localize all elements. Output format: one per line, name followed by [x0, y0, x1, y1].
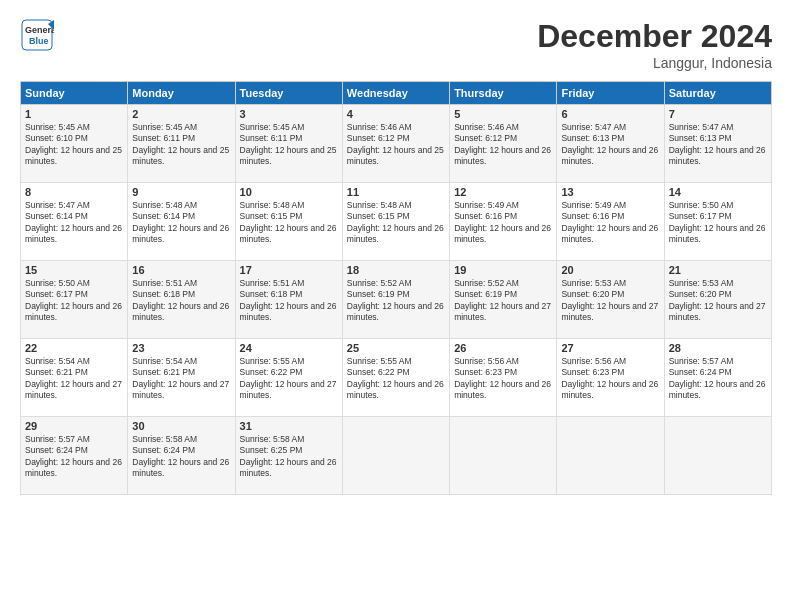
day-number: 3 — [240, 108, 338, 120]
day-number: 22 — [25, 342, 123, 354]
calendar-page: General Blue December 2024 Langgur, Indo… — [0, 0, 792, 612]
day-detail: Sunrise: 5:50 AM Sunset: 6:17 PM Dayligh… — [669, 200, 767, 246]
day-detail: Sunrise: 5:51 AM Sunset: 6:18 PM Dayligh… — [132, 278, 230, 324]
table-cell: 29Sunrise: 5:57 AM Sunset: 6:24 PM Dayli… — [21, 417, 128, 495]
table-cell: 23Sunrise: 5:54 AM Sunset: 6:21 PM Dayli… — [128, 339, 235, 417]
day-detail: Sunrise: 5:58 AM Sunset: 6:25 PM Dayligh… — [240, 434, 338, 480]
table-cell: 27Sunrise: 5:56 AM Sunset: 6:23 PM Dayli… — [557, 339, 664, 417]
day-detail: Sunrise: 5:58 AM Sunset: 6:24 PM Dayligh… — [132, 434, 230, 480]
day-number: 23 — [132, 342, 230, 354]
day-number: 30 — [132, 420, 230, 432]
table-cell — [342, 417, 449, 495]
table-cell: 5Sunrise: 5:46 AM Sunset: 6:12 PM Daylig… — [450, 105, 557, 183]
day-detail: Sunrise: 5:51 AM Sunset: 6:18 PM Dayligh… — [240, 278, 338, 324]
col-wednesday: Wednesday — [342, 82, 449, 105]
day-number: 8 — [25, 186, 123, 198]
svg-text:Blue: Blue — [29, 36, 49, 46]
table-cell: 17Sunrise: 5:51 AM Sunset: 6:18 PM Dayli… — [235, 261, 342, 339]
table-cell: 15Sunrise: 5:50 AM Sunset: 6:17 PM Dayli… — [21, 261, 128, 339]
day-detail: Sunrise: 5:47 AM Sunset: 6:13 PM Dayligh… — [561, 122, 659, 168]
table-cell: 30Sunrise: 5:58 AM Sunset: 6:24 PM Dayli… — [128, 417, 235, 495]
day-detail: Sunrise: 5:55 AM Sunset: 6:22 PM Dayligh… — [347, 356, 445, 402]
day-detail: Sunrise: 5:47 AM Sunset: 6:14 PM Dayligh… — [25, 200, 123, 246]
table-cell: 31Sunrise: 5:58 AM Sunset: 6:25 PM Dayli… — [235, 417, 342, 495]
col-sunday: Sunday — [21, 82, 128, 105]
day-detail: Sunrise: 5:56 AM Sunset: 6:23 PM Dayligh… — [454, 356, 552, 402]
calendar-week-row: 22Sunrise: 5:54 AM Sunset: 6:21 PM Dayli… — [21, 339, 772, 417]
day-number: 16 — [132, 264, 230, 276]
table-cell: 14Sunrise: 5:50 AM Sunset: 6:17 PM Dayli… — [664, 183, 771, 261]
day-detail: Sunrise: 5:49 AM Sunset: 6:16 PM Dayligh… — [454, 200, 552, 246]
day-detail: Sunrise: 5:57 AM Sunset: 6:24 PM Dayligh… — [25, 434, 123, 480]
day-detail: Sunrise: 5:54 AM Sunset: 6:21 PM Dayligh… — [25, 356, 123, 402]
calendar-week-row: 1Sunrise: 5:45 AM Sunset: 6:10 PM Daylig… — [21, 105, 772, 183]
day-number: 9 — [132, 186, 230, 198]
header-row: Sunday Monday Tuesday Wednesday Thursday… — [21, 82, 772, 105]
table-cell: 12Sunrise: 5:49 AM Sunset: 6:16 PM Dayli… — [450, 183, 557, 261]
day-detail: Sunrise: 5:56 AM Sunset: 6:23 PM Dayligh… — [561, 356, 659, 402]
month-title: December 2024 — [537, 18, 772, 55]
day-number: 14 — [669, 186, 767, 198]
day-detail: Sunrise: 5:48 AM Sunset: 6:14 PM Dayligh… — [132, 200, 230, 246]
table-cell — [664, 417, 771, 495]
table-cell: 8Sunrise: 5:47 AM Sunset: 6:14 PM Daylig… — [21, 183, 128, 261]
table-cell: 28Sunrise: 5:57 AM Sunset: 6:24 PM Dayli… — [664, 339, 771, 417]
day-number: 15 — [25, 264, 123, 276]
day-detail: Sunrise: 5:45 AM Sunset: 6:11 PM Dayligh… — [240, 122, 338, 168]
day-number: 27 — [561, 342, 659, 354]
day-detail: Sunrise: 5:48 AM Sunset: 6:15 PM Dayligh… — [347, 200, 445, 246]
day-number: 11 — [347, 186, 445, 198]
col-saturday: Saturday — [664, 82, 771, 105]
day-number: 5 — [454, 108, 552, 120]
title-block: December 2024 Langgur, Indonesia — [537, 18, 772, 71]
table-cell: 4Sunrise: 5:46 AM Sunset: 6:12 PM Daylig… — [342, 105, 449, 183]
table-cell: 20Sunrise: 5:53 AM Sunset: 6:20 PM Dayli… — [557, 261, 664, 339]
day-number: 18 — [347, 264, 445, 276]
table-cell: 18Sunrise: 5:52 AM Sunset: 6:19 PM Dayli… — [342, 261, 449, 339]
day-number: 19 — [454, 264, 552, 276]
day-number: 12 — [454, 186, 552, 198]
table-cell: 26Sunrise: 5:56 AM Sunset: 6:23 PM Dayli… — [450, 339, 557, 417]
table-cell: 1Sunrise: 5:45 AM Sunset: 6:10 PM Daylig… — [21, 105, 128, 183]
day-detail: Sunrise: 5:53 AM Sunset: 6:20 PM Dayligh… — [669, 278, 767, 324]
day-detail: Sunrise: 5:50 AM Sunset: 6:17 PM Dayligh… — [25, 278, 123, 324]
table-cell: 19Sunrise: 5:52 AM Sunset: 6:19 PM Dayli… — [450, 261, 557, 339]
day-detail: Sunrise: 5:47 AM Sunset: 6:13 PM Dayligh… — [669, 122, 767, 168]
day-number: 21 — [669, 264, 767, 276]
table-cell — [557, 417, 664, 495]
table-cell: 10Sunrise: 5:48 AM Sunset: 6:15 PM Dayli… — [235, 183, 342, 261]
col-friday: Friday — [557, 82, 664, 105]
day-detail: Sunrise: 5:55 AM Sunset: 6:22 PM Dayligh… — [240, 356, 338, 402]
day-number: 1 — [25, 108, 123, 120]
day-number: 7 — [669, 108, 767, 120]
day-detail: Sunrise: 5:52 AM Sunset: 6:19 PM Dayligh… — [347, 278, 445, 324]
day-number: 6 — [561, 108, 659, 120]
day-number: 25 — [347, 342, 445, 354]
calendar-week-row: 8Sunrise: 5:47 AM Sunset: 6:14 PM Daylig… — [21, 183, 772, 261]
calendar-week-row: 29Sunrise: 5:57 AM Sunset: 6:24 PM Dayli… — [21, 417, 772, 495]
table-cell: 16Sunrise: 5:51 AM Sunset: 6:18 PM Dayli… — [128, 261, 235, 339]
day-detail: Sunrise: 5:46 AM Sunset: 6:12 PM Dayligh… — [347, 122, 445, 168]
table-cell: 9Sunrise: 5:48 AM Sunset: 6:14 PM Daylig… — [128, 183, 235, 261]
day-number: 29 — [25, 420, 123, 432]
table-cell: 2Sunrise: 5:45 AM Sunset: 6:11 PM Daylig… — [128, 105, 235, 183]
day-detail: Sunrise: 5:53 AM Sunset: 6:20 PM Dayligh… — [561, 278, 659, 324]
col-thursday: Thursday — [450, 82, 557, 105]
table-cell: 21Sunrise: 5:53 AM Sunset: 6:20 PM Dayli… — [664, 261, 771, 339]
day-number: 20 — [561, 264, 659, 276]
table-cell: 11Sunrise: 5:48 AM Sunset: 6:15 PM Dayli… — [342, 183, 449, 261]
day-number: 10 — [240, 186, 338, 198]
day-number: 2 — [132, 108, 230, 120]
day-number: 24 — [240, 342, 338, 354]
day-detail: Sunrise: 5:45 AM Sunset: 6:10 PM Dayligh… — [25, 122, 123, 168]
svg-text:General: General — [25, 25, 54, 35]
calendar-table: Sunday Monday Tuesday Wednesday Thursday… — [20, 81, 772, 495]
day-detail: Sunrise: 5:52 AM Sunset: 6:19 PM Dayligh… — [454, 278, 552, 324]
day-detail: Sunrise: 5:54 AM Sunset: 6:21 PM Dayligh… — [132, 356, 230, 402]
col-tuesday: Tuesday — [235, 82, 342, 105]
table-cell: 3Sunrise: 5:45 AM Sunset: 6:11 PM Daylig… — [235, 105, 342, 183]
day-number: 17 — [240, 264, 338, 276]
day-number: 4 — [347, 108, 445, 120]
table-cell: 25Sunrise: 5:55 AM Sunset: 6:22 PM Dayli… — [342, 339, 449, 417]
day-detail: Sunrise: 5:48 AM Sunset: 6:15 PM Dayligh… — [240, 200, 338, 246]
